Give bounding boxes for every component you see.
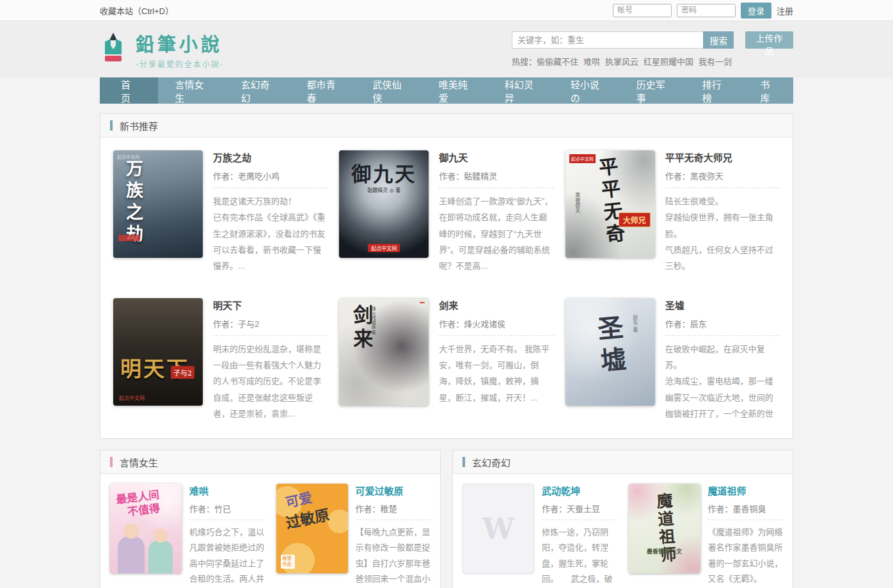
nav-item-library[interactable]: 书库 — [743, 77, 794, 104]
book-card: 起点中文网 万族之劫 万族之劫 作者：老鹰吃小鸡 我是这诸天万族的劫！ 已有完本… — [113, 150, 328, 274]
featured-book-card: 最是人间 不值得 难哄 作者：竹已 机缘巧合之下，温以凡跟曾被她拒绝过的高中同学… — [110, 484, 265, 586]
nav-item-light-novel[interactable]: 轻小说の — [553, 77, 619, 104]
fantasy-header: 玄幻奇幻 — [453, 450, 793, 474]
cover-art-title: 万族之劫 — [121, 159, 146, 246]
category-columns: 言情女生 最是人间 不值得 难哄 作者：竹已 机缘巧合之下，温以凡跟曾被她拒绝过… — [100, 450, 793, 588]
logo-text: 鉛筆小說 -分享最愛的全本小說- — [136, 29, 224, 69]
book-author: 作者：天蚕土豆 — [542, 502, 617, 520]
book-cover[interactable]: W — [462, 484, 534, 573]
register-link[interactable]: 注册 — [777, 4, 793, 17]
nav-item-fantasy[interactable]: 玄幻奇幻 — [224, 77, 290, 104]
book-info: 魔道祖师 作者：墨香铜臭 《魔道祖师》为网络著名作家墨香铜臭所著的一部玄幻小说，… — [708, 484, 784, 586]
book-author: 作者：稚楚 — [356, 502, 431, 520]
book-cover[interactable]: 御九天 骷髅精灵 ◎ 著 起点中文网 — [339, 150, 429, 258]
new-books-header: 新书推荐 — [100, 114, 793, 138]
romance-panel: 言情女生 最是人间 不值得 难哄 作者：竹已 机缘巧合之下，温以凡跟曾被她拒绝过… — [100, 450, 441, 588]
hot-search-link[interactable]: 偷偷藏不住 — [537, 57, 578, 67]
nav-item-ranking[interactable]: 排行榜 — [685, 77, 743, 104]
cover-site-logo: 起点中文网 — [368, 244, 400, 252]
book-info: 武动乾坤 作者：天蚕土豆 修炼一途，乃窃阴阳，夺造化，转涅盘，握生死，掌轮回。 … — [542, 484, 617, 586]
fantasy-panel: 玄幻奇幻 W 武动乾坤 作者：天蚕土豆 修炼一途，乃窃阴阳，夺造化，转涅盘，握生… — [452, 450, 793, 588]
book-cover[interactable]: 明天下 子与2 起点中文网 — [113, 298, 203, 406]
hot-search-link[interactable]: 红星照耀中国 — [644, 57, 693, 67]
book-title[interactable]: 御九天 — [439, 150, 553, 164]
book-title[interactable]: 万族之劫 — [213, 150, 328, 164]
book-author: 作者：老鹰吃小鸡 — [213, 170, 328, 188]
book-card: 御九天 骷髅精灵 ◎ 著 起点中文网 御九天 作者：骷髅精灵 王峰创造了一款游戏… — [339, 150, 553, 274]
cover-site-logo: 起点中文网 — [119, 394, 145, 401]
book-info: 平平无奇大师兄 作者：黑夜弥天 陆长生很难受。 穿越仙侠世界，拥有一张主角脸。 … — [665, 150, 780, 274]
cover-art-title: 不值得 — [127, 499, 161, 519]
nav-item-scifi[interactable]: 科幻灵异 — [487, 77, 553, 104]
book-description: 在破败中崛起，在寂灭中复苏。 沧海成尘，雷电枯竭，那一缕幽雾又一次临近大地，世间… — [665, 341, 780, 422]
site-header: 鉛筆小說 -分享最愛的全本小說- 搜索 上传作品 热搜：偷偷藏不住难哄执掌风云红… — [0, 21, 893, 77]
password-input[interactable] — [677, 4, 736, 17]
book-title[interactable]: 圣墟 — [665, 298, 780, 312]
book-title[interactable]: 魔道祖师 — [708, 484, 784, 497]
search-button[interactable]: 搜索 — [703, 31, 734, 49]
book-description: 明末的历史纷乱混杂，堪称是一段由一些有着强大个人魅力的人书写成的历史。不论是李自… — [213, 341, 328, 422]
nav-item-home[interactable]: 首页 — [100, 77, 158, 104]
book-title[interactable]: 武动乾坤 — [542, 484, 617, 497]
nav-item-romance[interactable]: 言情女生 — [158, 77, 224, 104]
book-card: 起点中文网 平平无奇 黑夜弥天 大师兄 平平无奇大师兄 作者：黑夜弥天 陆长生很… — [565, 150, 780, 274]
nav-item-urban[interactable]: 都市青春 — [290, 77, 356, 104]
hot-search-link[interactable]: 难哄 — [583, 57, 600, 67]
book-author: 作者：子与2 — [213, 317, 328, 336]
book-cover[interactable]: 可爱 过敏原 稚楚作品 — [276, 484, 348, 573]
book-card: 剑来 烽火戏诸侯 著 剑来 作者：烽火戏诸侯 大千世界，无奇不有。 我陈平安，唯… — [339, 298, 553, 422]
main-content: 新书推荐 起点中文网 万族之劫 万族之劫 作者：老鹰吃小鸡 我是这诸天万族的劫！… — [100, 104, 793, 588]
book-cover[interactable]: 圣墟 辰东 著 — [565, 298, 655, 406]
new-books-grid: 起点中文网 万族之劫 万族之劫 作者：老鹰吃小鸡 我是这诸天万族的劫！ 已有完本… — [100, 138, 793, 438]
logo-tagline: -分享最愛的全本小說- — [136, 58, 224, 69]
book-cover[interactable]: 剑来 烽火戏诸侯 著 — [339, 298, 429, 406]
book-info: 万族之劫 作者：老鹰吃小鸡 我是这诸天万族的劫！ 已有完本作品《全球高武》《重生… — [213, 150, 328, 274]
favorite-site-label: 收藏本站（Ctrl+D） — [100, 4, 173, 17]
login-button[interactable]: 登录 — [741, 3, 771, 19]
book-title[interactable]: 难哄 — [189, 484, 265, 497]
book-cover[interactable]: 起点中文网 万族之劫 — [113, 150, 203, 258]
book-info: 剑来 作者：烽火戏诸侯 大千世界，无奇不有。 我陈平安，唯有一剑，可搬山，倒海，… — [439, 298, 553, 422]
fantasy-featured: W 武动乾坤 作者：天蚕土豆 修炼一途，乃窃阴阳，夺造化，转涅盘，握生死，掌轮回… — [453, 474, 793, 588]
section-bar — [110, 120, 113, 131]
top-bar: 收藏本站（Ctrl+D） 登录 注册 — [0, 0, 893, 21]
cover-site-logo — [420, 302, 425, 303]
nav-item-pure-love[interactable]: 唯美纯爱 — [422, 77, 487, 104]
book-author: 作者：竹已 — [189, 502, 265, 520]
book-description: 我是这诸天万族的劫！ 已有完本作品《全球高武》《重生之财源滚滚》，没看过的书友可… — [213, 193, 328, 274]
account-input[interactable] — [613, 4, 672, 17]
book-title[interactable]: 明天下 — [213, 298, 328, 312]
book-info: 可爱过敏原 作者：稚楚 【每晚九点更新，显示有修改一般都是捉虫】自打六岁那年爸爸… — [356, 484, 431, 586]
site-logo[interactable]: 鉛筆小說 -分享最愛的全本小說- — [100, 29, 224, 69]
book-description: 《魔道祖师》为网络著名作家墨香铜臭所著的一部玄幻小说，又名《无羁》。 — [708, 525, 784, 586]
search-input[interactable] — [512, 31, 703, 49]
nav-item-wuxia[interactable]: 武侠仙侠 — [356, 77, 422, 104]
book-cover[interactable]: 最是人间 不值得 — [110, 484, 182, 573]
cover-badge: 稚楚作品 — [281, 555, 295, 569]
section-title: 玄幻奇幻 — [472, 456, 510, 469]
main-nav: 首页 言情女生 玄幻奇幻 都市青春 武侠仙侠 唯美纯爱 科幻灵异 轻小说の 历史… — [0, 77, 893, 104]
cover-figure — [148, 540, 173, 573]
featured-book-card: 魔道祖师 墨香铜臭◯文 魔道祖师 作者：墨香铜臭 《魔道祖师》为网络著名作家墨香… — [629, 484, 784, 586]
cover-badge — [118, 235, 140, 241]
cover-art-title: 圣墟 — [589, 313, 631, 380]
search-zone: 搜索 上传作品 热搜：偷偷藏不住难哄执掌风云红星照耀中国我有一剑 — [512, 31, 793, 67]
book-description: 【每晚九点更新，显示有修改一般都是捉虫】自打六岁那年爸爸领回来一个混血小 — [356, 525, 431, 586]
cover-author-seal: 子与2 — [171, 366, 194, 379]
upload-work-button[interactable]: 上传作品 — [745, 31, 793, 49]
book-title[interactable]: 可爱过敏原 — [356, 484, 431, 497]
hot-search-link[interactable]: 执掌风云 — [605, 57, 638, 67]
romance-featured: 最是人间 不值得 难哄 作者：竹已 机缘巧合之下，温以凡跟曾被她拒绝过的高中同学… — [100, 474, 440, 588]
book-description: 王峰创造了一款游戏“御九天”，在即将功成名就，走向人生巅峰的时候，穿越到了“九天… — [439, 193, 553, 274]
book-cover[interactable]: 起点中文网 平平无奇 黑夜弥天 大师兄 — [565, 150, 655, 258]
hot-search-link[interactable]: 我有一剑 — [699, 57, 732, 67]
book-title[interactable]: 剑来 — [439, 298, 553, 312]
book-title[interactable]: 平平无奇大师兄 — [665, 150, 780, 164]
cover-byline: 骷髅精灵 ◎ 著 — [339, 186, 429, 193]
nav-item-history[interactable]: 历史军事 — [619, 77, 685, 104]
cover-badge: 大师兄 — [619, 212, 651, 227]
book-info: 御九天 作者：骷髅精灵 王峰创造了一款游戏“御九天”，在即将功成名就，走向人生巅… — [439, 150, 553, 274]
book-author: 作者：黑夜弥天 — [665, 170, 780, 188]
book-cover[interactable]: 魔道祖师 墨香铜臭◯文 — [629, 484, 700, 573]
book-author: 作者：墨香铜臭 — [708, 502, 784, 520]
